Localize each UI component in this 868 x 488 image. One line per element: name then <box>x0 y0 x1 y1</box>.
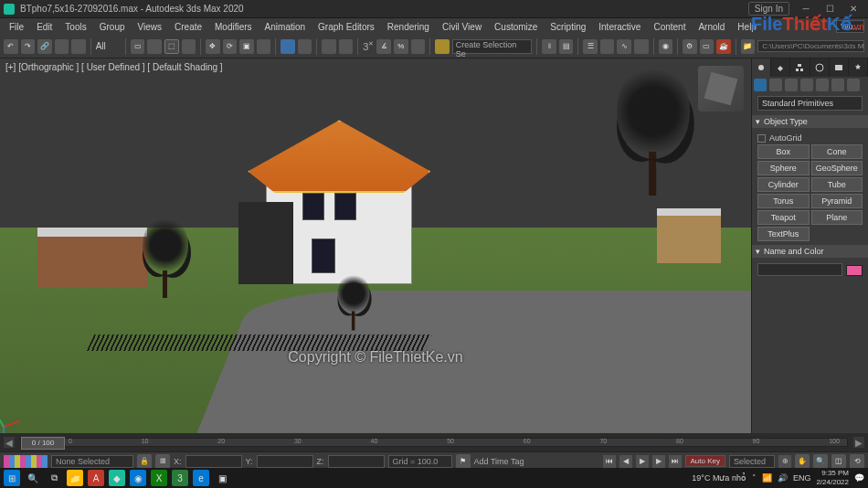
modify-tab[interactable] <box>771 58 790 77</box>
schematic-icon[interactable] <box>634 39 649 54</box>
plane-button[interactable]: Plane <box>811 210 863 225</box>
cylinder-button[interactable]: Cylinder <box>757 177 810 192</box>
menu-edit[interactable]: Edit <box>31 21 58 33</box>
menu-file[interactable]: File <box>4 21 29 33</box>
geometry-icon[interactable] <box>754 79 767 91</box>
select-icon[interactable]: ▭ <box>131 39 145 54</box>
box-button[interactable]: Box <box>757 144 810 159</box>
viewport[interactable]: [+] [Orthographic ] [ User Defined ] [ D… <box>0 58 751 433</box>
name-color-rollout[interactable]: ▾ Name and Color <box>752 245 868 258</box>
menu-rendering[interactable]: Rendering <box>382 21 435 33</box>
goto-end-icon[interactable]: ⏭ <box>669 455 682 468</box>
menu-group[interactable]: Group <box>94 21 131 33</box>
play-icon[interactable]: ▶ <box>636 455 649 468</box>
rotate-icon[interactable]: ⟳ <box>223 39 238 54</box>
cameras-icon[interactable] <box>800 79 813 91</box>
menu-modifiers[interactable]: Modifiers <box>209 21 258 33</box>
render-setup-icon[interactable]: ⚙ <box>683 39 697 54</box>
manipulate-icon[interactable] <box>322 39 336 54</box>
timeline-prev[interactable]: ◀ <box>4 437 15 448</box>
cone-button[interactable]: Cone <box>811 144 863 159</box>
keyboard-shortcut-icon[interactable] <box>339 39 354 54</box>
app5-icon[interactable]: ▣ <box>214 470 230 486</box>
sphere-button[interactable]: Sphere <box>757 161 810 175</box>
snap-percent-icon[interactable]: % <box>394 39 408 54</box>
layer-icon[interactable]: ☰ <box>583 39 598 54</box>
y-coord-input[interactable] <box>257 455 313 468</box>
menu-tools[interactable]: Tools <box>59 21 91 33</box>
tray-chevron-icon[interactable]: ˄ <box>752 473 757 483</box>
display-tab[interactable] <box>830 58 849 77</box>
material-editor-icon[interactable]: ◉ <box>659 39 673 54</box>
systems-icon[interactable] <box>847 79 860 91</box>
hierarchy-tab[interactable] <box>790 58 810 77</box>
selection-set-dropdown[interactable]: Create Selection Se <box>452 39 533 54</box>
system-clock[interactable]: 9:35 PM2/24/2022 <box>816 469 849 487</box>
task-view-icon[interactable]: ⧉ <box>46 470 62 486</box>
select-region-icon[interactable]: ⬚ <box>164 39 179 54</box>
project-path-field[interactable]: C:\Users\PC\Documents\3ds Max 2... <box>757 40 864 52</box>
render-frame-icon[interactable]: ▭ <box>700 39 715 54</box>
goto-start-icon[interactable]: ⏮ <box>603 455 616 468</box>
undo-icon[interactable]: ↶ <box>4 39 18 54</box>
window-crossing-icon[interactable] <box>182 39 196 54</box>
prev-frame-icon[interactable]: ◀ <box>619 455 632 468</box>
auto-key-button[interactable]: Auto Key <box>685 455 725 467</box>
edit-selection-icon[interactable] <box>435 39 450 54</box>
start-button[interactable]: ⊞ <box>4 470 20 486</box>
key-filters-icon[interactable]: ⊕ <box>778 455 791 468</box>
torus-button[interactable]: Torus <box>757 194 810 208</box>
textplus-button[interactable]: TextPlus <box>757 227 810 241</box>
object-color-swatch[interactable] <box>846 265 863 276</box>
helpers-icon[interactable] <box>816 79 829 91</box>
nav-pan-icon[interactable]: ✋ <box>795 454 810 469</box>
autogrid-checkbox[interactable] <box>757 134 766 143</box>
curve-editor-icon[interactable]: ∿ <box>617 39 631 54</box>
next-frame-icon[interactable]: ▶ <box>652 455 665 468</box>
tube-button[interactable]: Tube <box>811 177 863 192</box>
create-tab[interactable] <box>752 58 771 77</box>
snap-angle-icon[interactable]: ∡ <box>376 39 391 54</box>
nav-zoom-icon[interactable]: 🔍 <box>813 454 828 469</box>
isolate-icon[interactable]: ⊞ <box>155 454 170 469</box>
notifications-icon[interactable]: 💬 <box>854 473 864 483</box>
menu-customize[interactable]: Customize <box>489 21 543 33</box>
menu-scripting[interactable]: Scripting <box>545 21 591 33</box>
edge-icon[interactable]: e <box>193 470 209 486</box>
explorer-icon[interactable]: 📁 <box>67 470 83 486</box>
app3-icon[interactable]: ◉ <box>130 470 146 486</box>
redo-icon[interactable]: ↷ <box>21 39 36 54</box>
key-mode-dropdown[interactable]: Selected <box>729 455 775 468</box>
spacewarps-icon[interactable] <box>831 79 844 91</box>
menu-civil-view[interactable]: Civil View <box>437 21 487 33</box>
ref-coord-icon[interactable] <box>281 39 295 54</box>
menu-arnold[interactable]: Arnold <box>693 21 730 33</box>
x-coord-input[interactable] <box>185 455 242 468</box>
nav-orbit-icon[interactable]: ⟲ <box>850 454 864 469</box>
search-icon[interactable]: 🔍 <box>25 470 41 486</box>
viewcube[interactable] <box>698 66 744 111</box>
pyramid-button[interactable]: Pyramid <box>811 194 863 208</box>
menu-animation[interactable]: Animation <box>259 21 311 33</box>
menu-views[interactable]: Views <box>132 21 168 33</box>
select-name-icon[interactable] <box>147 39 162 54</box>
3dsmax-taskbar-icon[interactable]: 3 <box>172 470 188 486</box>
bind-icon[interactable] <box>71 39 86 54</box>
ribbon-icon[interactable] <box>600 39 615 54</box>
menu-interactive[interactable]: Interactive <box>593 21 646 33</box>
lock-selection-icon[interactable]: 🔒 <box>137 454 152 469</box>
tray-wifi-icon[interactable]: 📶 <box>762 473 772 483</box>
viewport-label[interactable]: [+] [Orthographic ] [ User Defined ] [ D… <box>5 62 223 72</box>
time-slider-handle[interactable]: 0 / 100 <box>21 437 65 450</box>
menu-create[interactable]: Create <box>169 21 207 33</box>
mirror-icon[interactable]: ⦀ <box>542 39 556 54</box>
add-time-tag[interactable]: Add Time Tag <box>474 457 524 466</box>
render-icon[interactable]: ☕ <box>716 39 731 54</box>
align-icon[interactable]: ▤ <box>559 39 574 54</box>
shapes-icon[interactable] <box>769 79 782 91</box>
time-tag-icon[interactable]: ⚑ <box>456 454 471 469</box>
app2-icon[interactable]: ◆ <box>109 470 125 486</box>
menu-content[interactable]: Content <box>648 21 691 33</box>
z-coord-input[interactable] <box>328 455 385 468</box>
move-icon[interactable]: ✥ <box>206 39 220 54</box>
